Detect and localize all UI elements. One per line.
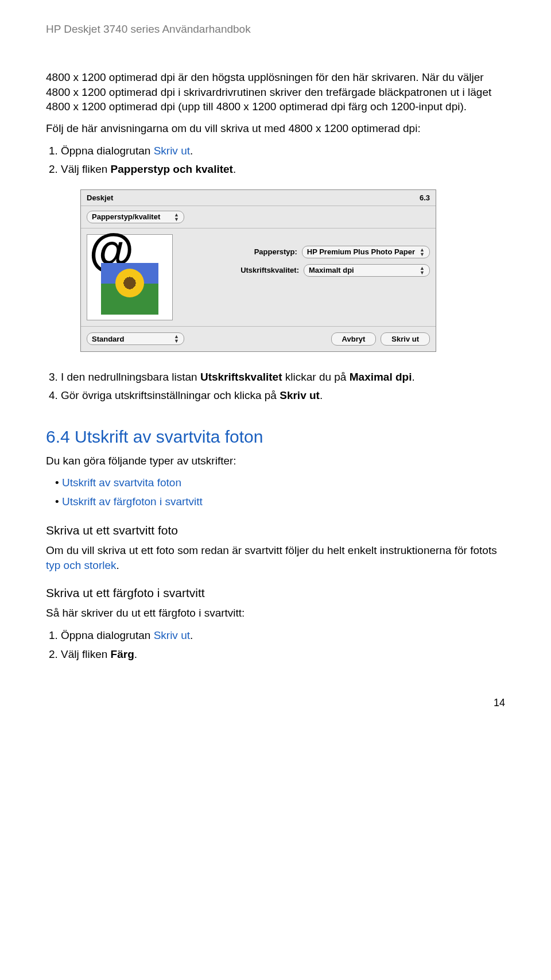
link-svartvita-foton[interactable]: Utskrift av svartvita foton: [55, 475, 505, 491]
label-papperstyp: Papperstyp:: [254, 247, 297, 256]
paragraph-instructions-intro: Följ de här anvisningarna om du vill skr…: [46, 121, 505, 136]
link-skriv-ut[interactable]: Skriv ut: [154, 145, 190, 157]
combo-utskriftskvalitet[interactable]: Maximalt dpi ▲▼: [304, 264, 430, 277]
page-header: HP Deskjet 3740 series Användarhandbok: [46, 23, 505, 36]
paragraph-svartvitt-foto: Om du vill skriva ut ett foto som redan …: [46, 543, 505, 572]
link-fargfoton-svartvitt[interactable]: Utskrift av färgfoton i svartvitt: [55, 494, 505, 510]
section-intro: Du kan göra följande typer av utskrifter…: [46, 454, 505, 468]
steps-list-1: Öppna dialogrutan Skriv ut. Välj fliken …: [46, 143, 505, 178]
page-number: 14: [46, 697, 505, 709]
link-typ-och-storlek[interactable]: typ och storlek: [46, 559, 117, 571]
subheading-svartvitt-foto: Skriva ut ett svartvitt foto: [46, 524, 505, 537]
link-skriv-ut-2[interactable]: Skriv ut: [154, 629, 190, 641]
sunflower-image: [101, 263, 158, 315]
print-types-list: Utskrift av svartvita foton Utskrift av …: [46, 475, 505, 510]
updown-icon: ▲▼: [174, 212, 179, 222]
step-color-2: Välj fliken Färg.: [61, 646, 505, 663]
subheading-fargfoto-svartvitt: Skriva ut ett färgfoto i svartvitt: [46, 586, 505, 600]
step-color-1: Öppna dialogrutan Skriv ut.: [61, 627, 505, 644]
cancel-button[interactable]: Avbryt: [331, 332, 377, 346]
preview-image: @: [87, 234, 173, 320]
combo-papperstyp[interactable]: HP Premium Plus Photo Paper ▲▼: [302, 246, 430, 258]
step-1: Öppna dialogrutan Skriv ut.: [61, 143, 505, 160]
print-button[interactable]: Skriv ut: [381, 332, 430, 346]
step-2: Välj fliken Papperstyp och kvalitet.: [61, 161, 505, 178]
updown-icon: ▲▼: [420, 247, 425, 257]
updown-icon: ▲▼: [420, 266, 425, 275]
tab-selector[interactable]: Papperstyp/kvalitet ▲▼: [87, 211, 184, 223]
updown-icon: ▲▼: [174, 334, 179, 343]
print-dialog-screenshot: Deskjet 6.3 Papperstyp/kvalitet ▲▼ @ Pap…: [80, 189, 505, 352]
section-heading-6-4: 6.4 Utskrift av svartvita foton: [46, 427, 505, 447]
step-3: I den nedrullningsbara listan Utskriftsk…: [61, 369, 505, 386]
steps-list-3: Öppna dialogrutan Skriv ut. Välj fliken …: [46, 627, 505, 663]
dialog-version: 6.3: [420, 193, 430, 202]
steps-list-2: I den nedrullningsbara listan Utskriftsk…: [46, 369, 505, 404]
paragraph-fargfoto-intro: Så här skriver du ut ett färgfoto i svar…: [46, 606, 505, 621]
step-4: Gör övriga utskriftsinställningar och kl…: [61, 388, 505, 404]
standard-combo[interactable]: Standard ▲▼: [87, 332, 184, 345]
label-utskriftskvalitet: Utskriftskvalitet:: [240, 266, 299, 274]
paragraph-resolution: 4800 x 1200 optimerad dpi är den högsta …: [46, 70, 505, 114]
dialog-title: Deskjet: [87, 193, 113, 202]
